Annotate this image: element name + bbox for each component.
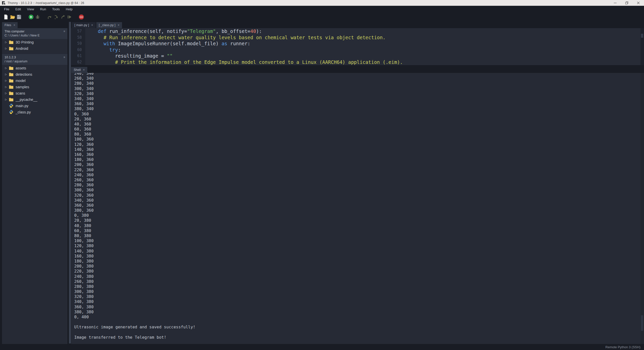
file-item-scans[interactable]: ▷scans bbox=[2, 90, 67, 96]
shell-line: 340, 380 bbox=[74, 299, 644, 304]
shell-line: 100, 380 bbox=[74, 238, 644, 243]
tab-main.py[interactable]: [ main.py ]× bbox=[72, 22, 96, 28]
editor-tab-close-icon[interactable]: × bbox=[118, 23, 119, 27]
menu-tools[interactable]: Tools bbox=[49, 6, 63, 13]
file-item-label: model bbox=[16, 79, 26, 83]
file-item-main.py[interactable]: main.py bbox=[2, 103, 67, 109]
file-item-__pycache__[interactable]: ▷__pycache__ bbox=[2, 96, 67, 103]
file-item-model[interactable]: ▷model bbox=[2, 77, 67, 84]
shell-line: 380, 360 bbox=[74, 208, 644, 213]
file-item-samples[interactable]: ▷samples bbox=[2, 84, 67, 90]
menu-edit[interactable]: Edit bbox=[12, 6, 24, 13]
expand-arrow-icon[interactable]: ▷ bbox=[5, 47, 9, 50]
shell-line: 80, 380 bbox=[74, 233, 644, 238]
code-line-59: with ImageImpulseRunner(self.model_file)… bbox=[86, 40, 640, 47]
shell-tab-close-icon[interactable]: × bbox=[83, 68, 85, 72]
shell-line: 260, 340 bbox=[74, 76, 644, 81]
code-editor[interactable]: 575859606162 def run_inference(self, not… bbox=[71, 28, 644, 65]
expand-arrow-icon[interactable]: ▷ bbox=[5, 92, 9, 95]
files-section-header[interactable]: This computerC: \ Users \ kutlu \ New E≡ bbox=[2, 28, 67, 39]
shell-line: 220, 360 bbox=[74, 167, 644, 172]
python-icon bbox=[9, 104, 14, 108]
editor-scrollbar[interactable] bbox=[640, 28, 644, 65]
code-line-57: def run_inference(self, notify="Telegram… bbox=[86, 28, 640, 34]
expand-arrow-icon[interactable]: ▷ bbox=[5, 98, 9, 101]
debug-script-icon bbox=[35, 14, 40, 20]
shell-line: 60, 360 bbox=[74, 127, 644, 132]
run-script-button[interactable] bbox=[28, 14, 34, 20]
restore-icon bbox=[625, 1, 628, 5]
file-item-Android[interactable]: ▷Android bbox=[2, 45, 67, 52]
open-file-button[interactable] bbox=[9, 14, 16, 20]
status-bar: Remote Python 3 (SSH) bbox=[0, 344, 644, 350]
stop-restart-icon: STOP bbox=[79, 14, 84, 20]
shell-line: 0, 360 bbox=[74, 112, 644, 117]
tab-shell[interactable]: Shell × bbox=[71, 67, 87, 73]
folder-icon bbox=[9, 66, 14, 70]
expand-arrow-icon[interactable]: ▷ bbox=[5, 73, 9, 76]
file-item-label: __pycache__ bbox=[16, 98, 37, 102]
files-section-title: 10.1.2.3 bbox=[5, 55, 65, 59]
minimize-button[interactable] bbox=[609, 0, 621, 6]
file-item-3D Printing[interactable]: ▷3D Printing bbox=[2, 39, 67, 45]
backend-status[interactable]: Remote Python 3 (SSH) bbox=[606, 345, 640, 349]
code-line-61: resulting_image = "" bbox=[86, 53, 640, 59]
files-tab-close-icon[interactable]: × bbox=[13, 23, 15, 27]
shell-scrollbar[interactable] bbox=[640, 73, 644, 344]
shell-line: 100, 360 bbox=[74, 137, 644, 142]
file-item-_class.py[interactable]: _class.py bbox=[2, 109, 67, 115]
file-item-label: 3D Printing bbox=[16, 40, 34, 44]
files-section-title: This computer bbox=[5, 29, 65, 33]
shell-line: 360, 340 bbox=[74, 101, 644, 106]
close-button[interactable] bbox=[632, 0, 644, 6]
folder-icon bbox=[9, 72, 14, 76]
files-sidebar: Files × This computerC: \ Users \ kutlu … bbox=[0, 21, 71, 344]
shell-line: 340, 340 bbox=[74, 96, 644, 101]
expand-arrow-icon[interactable]: ▷ bbox=[5, 41, 9, 43]
files-scrollbar-thumb[interactable] bbox=[69, 22, 71, 343]
editor-scrollbar-thumb[interactable] bbox=[641, 34, 643, 38]
menu-run[interactable]: Run bbox=[37, 6, 49, 13]
menu-view[interactable]: View bbox=[24, 6, 37, 13]
file-item-label: main.py bbox=[16, 104, 28, 108]
folder-icon bbox=[9, 91, 14, 95]
files-panel: This computerC: \ Users \ kutlu \ New E≡… bbox=[2, 28, 67, 344]
restore-button[interactable] bbox=[621, 0, 632, 6]
minimize-icon bbox=[614, 1, 617, 5]
step-over-button bbox=[46, 14, 53, 20]
shell-line: 200, 380 bbox=[74, 264, 644, 269]
shell-line: 200, 360 bbox=[74, 162, 644, 167]
section-menu-icon[interactable]: ≡ bbox=[64, 56, 65, 59]
shell-line bbox=[74, 330, 644, 335]
shell-line: 220, 380 bbox=[74, 269, 644, 274]
shell-line: 280, 340 bbox=[74, 81, 644, 86]
files-section-1: 10.1.2.3/ root / aquarium≡▷assets▷detect… bbox=[2, 54, 67, 115]
shell-line: 160, 380 bbox=[74, 254, 644, 259]
tab-_class.py[interactable]: [ _class.py ]× bbox=[96, 22, 122, 28]
menu-file[interactable]: File bbox=[1, 6, 12, 13]
shell-pane[interactable]: 240, 340260, 340280, 340300, 340320, 340… bbox=[71, 73, 644, 344]
new-file-button[interactable] bbox=[3, 14, 9, 20]
menu-bar: FileEditViewRunToolsHelp bbox=[0, 6, 644, 13]
file-item-assets[interactable]: ▷assets bbox=[2, 65, 67, 71]
shell-scrollbar-thumb[interactable] bbox=[641, 315, 643, 331]
files-section-header[interactable]: 10.1.2.3/ root / aquarium≡ bbox=[2, 54, 67, 65]
shell-line: 160, 360 bbox=[74, 152, 644, 157]
editor-tab-close-icon[interactable]: × bbox=[91, 23, 93, 27]
section-menu-icon[interactable]: ≡ bbox=[64, 30, 65, 33]
files-scrollbar[interactable] bbox=[69, 22, 71, 343]
shell-line: 260, 380 bbox=[74, 279, 644, 284]
menu-help[interactable]: Help bbox=[63, 6, 76, 13]
expand-arrow-icon[interactable]: ▷ bbox=[5, 67, 9, 69]
expand-arrow-icon[interactable]: ▷ bbox=[5, 79, 9, 82]
expand-arrow-icon[interactable]: ▷ bbox=[5, 85, 9, 88]
code-area[interactable]: def run_inference(self, notify="Telegram… bbox=[85, 28, 640, 65]
save-file-icon bbox=[16, 14, 22, 20]
shell-output: 240, 340260, 340280, 340300, 340320, 340… bbox=[71, 73, 644, 340]
tab-files[interactable]: Files × bbox=[2, 22, 18, 28]
shell-line: Image transferred to the Telegram bot! bbox=[74, 335, 644, 340]
stop-restart-button[interactable]: STOP bbox=[78, 14, 85, 20]
file-item-detections[interactable]: ▷detections bbox=[2, 71, 67, 77]
run-script-icon bbox=[28, 14, 34, 20]
shell-line: 180, 360 bbox=[74, 157, 644, 162]
